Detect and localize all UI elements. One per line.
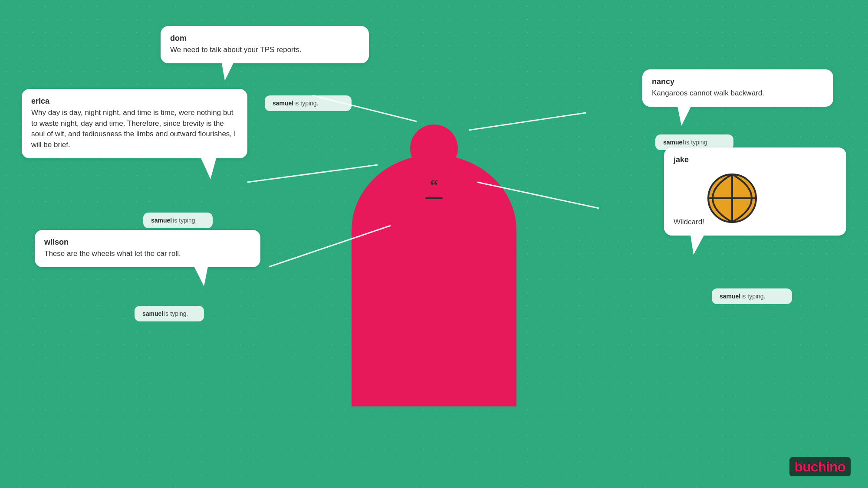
- bubble-erica: erica Why day is day, night night, and t…: [22, 89, 247, 158]
- typing-label-wilson: is typing.: [164, 310, 188, 317]
- typing-indicator-wilson: samuel is typing.: [135, 306, 204, 321]
- typing-label-nancy: is typing.: [685, 139, 709, 146]
- jake-text: Wildcard!: [674, 218, 704, 226]
- logo-text: buchino: [789, 457, 851, 476]
- dom-text: We need to talk about your TPS reports.: [170, 46, 302, 54]
- typing-indicator-erica: samuel is typing.: [143, 213, 213, 228]
- typing-label-jake: is typing.: [741, 293, 765, 300]
- svg-marker-7: [677, 104, 692, 126]
- bubble-wilson: wilson These are the wheels what let the…: [35, 230, 260, 267]
- typing-sender-jake: samuel: [720, 293, 740, 300]
- typing-sender-erica: samuel: [151, 217, 172, 224]
- typing-label-dom: is typing.: [294, 100, 318, 107]
- svg-marker-6: [200, 155, 217, 179]
- typing-label-erica: is typing.: [173, 217, 197, 224]
- svg-line-1: [247, 165, 378, 182]
- bubble-jake: jake Wildcard!: [664, 147, 846, 236]
- jake-sender: jake: [674, 155, 837, 164]
- typing-sender-nancy: samuel: [663, 139, 684, 146]
- figure-mouth: [425, 197, 443, 199]
- typing-sender-dom: samuel: [273, 100, 293, 107]
- bubble-nancy: nancy Kangaroos cannot walk backward.: [642, 69, 833, 107]
- typing-sender-wilson: samuel: [142, 310, 163, 317]
- nancy-sender: nancy: [652, 77, 824, 86]
- figure-eyes: “: [430, 177, 438, 193]
- nancy-text: Kangaroos cannot walk backward.: [652, 89, 764, 97]
- bubble-dom: dom We need to talk about your TPS repor…: [161, 26, 369, 63]
- figure-face: “: [421, 179, 447, 192]
- erica-sender: erica: [31, 97, 238, 106]
- figure-body: “: [365, 111, 503, 406]
- wilson-sender: wilson: [44, 238, 251, 247]
- typing-indicator-jake: samuel is typing.: [712, 288, 792, 304]
- erica-text: Why day is day, night night, and time is…: [31, 108, 236, 149]
- central-figure: “: [365, 111, 503, 406]
- wilson-text: These are the wheels what let the car ro…: [44, 249, 181, 258]
- svg-marker-12: [690, 233, 705, 255]
- typing-indicator-dom: samuel is typing.: [265, 95, 352, 111]
- svg-marker-13: [193, 265, 208, 286]
- dom-sender: dom: [170, 34, 359, 43]
- figure-head: [410, 124, 458, 172]
- svg-marker-5: [221, 61, 234, 81]
- logo: buchino: [789, 459, 851, 475]
- basketball-icon: [706, 172, 758, 224]
